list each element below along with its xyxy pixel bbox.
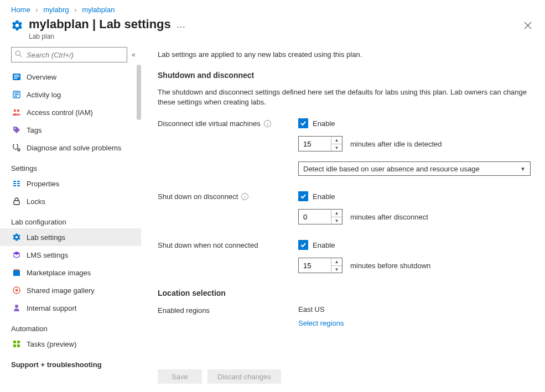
svg-point-21 bbox=[16, 286, 17, 288]
info-icon[interactable]: i bbox=[264, 120, 271, 127]
idle-detection-select[interactable]: Detect idle based on user absence and re… bbox=[298, 161, 531, 176]
idle-minutes-input[interactable] bbox=[299, 137, 331, 151]
sidebar-item-label: Marketplace images bbox=[27, 269, 91, 277]
section-location-title: Location selection bbox=[158, 289, 531, 297]
search-input[interactable] bbox=[11, 47, 127, 62]
spinner-up-button[interactable]: ▲ bbox=[331, 258, 342, 266]
sidebar-item-diagnose[interactable]: Diagnose and solve problems bbox=[0, 139, 141, 156]
suffix-label: minutes before shutdown bbox=[350, 262, 430, 270]
disconnect-minutes-input[interactable] bbox=[299, 210, 331, 224]
diagnose-icon bbox=[12, 143, 21, 152]
overview-icon bbox=[12, 72, 21, 81]
suffix-label: minutes after disconnect bbox=[350, 213, 428, 221]
svg-rect-11 bbox=[13, 181, 16, 182]
sidebar: « Overview Activity log Access control (… bbox=[0, 47, 141, 389]
sidebar-item-tasks[interactable]: Tasks (preview) bbox=[0, 335, 141, 353]
spinner-down-button[interactable]: ▼ bbox=[331, 266, 342, 273]
search-icon bbox=[15, 50, 22, 59]
spinner-down-button[interactable]: ▼ bbox=[331, 144, 342, 151]
sidebar-item-label: Access control (IAM) bbox=[27, 108, 93, 117]
svg-rect-15 bbox=[13, 185, 16, 186]
breadcrumb-home[interactable]: Home bbox=[11, 6, 30, 14]
activitylog-icon bbox=[12, 90, 21, 99]
iam-icon bbox=[12, 108, 21, 117]
svg-rect-5 bbox=[14, 78, 17, 79]
scrollbar[interactable] bbox=[137, 65, 141, 120]
sidebar-item-lms-settings[interactable]: LMS settings bbox=[0, 246, 141, 264]
select-regions-link[interactable]: Select regions bbox=[298, 319, 344, 327]
enable-label: Enable bbox=[313, 192, 335, 201]
footer-buttons: Save Discard changes bbox=[158, 364, 531, 384]
sidebar-item-label: Overview bbox=[27, 73, 56, 81]
svg-point-10 bbox=[18, 149, 20, 151]
disconnect-minutes-spinner[interactable]: ▲ ▼ bbox=[298, 209, 342, 224]
sidebar-item-lab-settings[interactable]: Lab settings bbox=[0, 228, 141, 246]
enable-disconnect-idle-checkbox[interactable] bbox=[298, 118, 308, 128]
sidebar-item-label: Shared image gallery bbox=[27, 286, 95, 295]
svg-rect-27 bbox=[17, 341, 20, 343]
sidebar-item-properties[interactable]: Properties bbox=[0, 175, 141, 192]
section-shutdown-title: Shutdown and disconnect bbox=[158, 71, 531, 80]
sidebar-item-marketplace[interactable]: Marketplace images bbox=[0, 264, 141, 281]
close-button[interactable] bbox=[522, 19, 534, 34]
support-icon bbox=[12, 304, 21, 312]
sidebar-item-overview[interactable]: Overview bbox=[0, 68, 141, 86]
breadcrumb: Home › mylabrg › mylabplan bbox=[0, 0, 545, 17]
collapse-sidebar-button[interactable]: « bbox=[132, 51, 136, 59]
more-icon[interactable]: ⋯ bbox=[177, 22, 186, 32]
setting-disconnect-idle: Disconnect idle virtual machines i Enabl… bbox=[158, 118, 531, 186]
breadcrumb-rg[interactable]: mylabrg bbox=[43, 6, 69, 14]
setting-shutdown-not-connected: Shut down when not connected Enable ▲ bbox=[158, 240, 531, 283]
marketplace-icon bbox=[12, 268, 21, 277]
svg-point-24 bbox=[19, 290, 20, 291]
sidebar-item-label: Internal support bbox=[27, 304, 76, 312]
enable-shutdown-not-connected-checkbox[interactable] bbox=[298, 240, 308, 250]
idle-minutes-spinner[interactable]: ▲ ▼ bbox=[298, 136, 342, 151]
tag-icon bbox=[12, 126, 21, 134]
sidebar-item-label: Diagnose and solve problems bbox=[27, 144, 121, 152]
svg-point-22 bbox=[16, 293, 17, 294]
intro-text: Lab settings are applied to any new labs… bbox=[158, 50, 531, 59]
enable-label: Enable bbox=[313, 241, 335, 249]
enable-shutdown-disconnect-checkbox[interactable] bbox=[298, 191, 308, 201]
sidebar-item-shared-gallery[interactable]: Shared image gallery bbox=[0, 281, 141, 299]
spinner-up-button[interactable]: ▲ bbox=[331, 210, 342, 217]
sidebar-heading-support: Support + troubleshooting bbox=[11, 360, 141, 369]
discard-button[interactable]: Discard changes bbox=[207, 369, 281, 384]
breadcrumb-resource[interactable]: mylabplan bbox=[82, 6, 115, 14]
svg-rect-13 bbox=[13, 183, 16, 184]
sidebar-item-iam[interactable]: Access control (IAM) bbox=[0, 103, 141, 121]
not-connected-minutes-spinner[interactable]: ▲ ▼ bbox=[298, 258, 342, 273]
search-field[interactable] bbox=[25, 50, 123, 60]
info-icon[interactable]: i bbox=[241, 193, 248, 200]
sidebar-item-label: Lab settings bbox=[27, 233, 65, 242]
sidebar-item-label: Tags bbox=[27, 126, 41, 134]
setting-label: Disconnect idle virtual machines bbox=[158, 119, 261, 128]
sidebar-item-locks[interactable]: Locks bbox=[0, 192, 141, 210]
sidebar-item-label: LMS settings bbox=[27, 251, 68, 259]
svg-point-7 bbox=[14, 109, 16, 112]
svg-rect-12 bbox=[17, 181, 20, 182]
chevron-right-icon: › bbox=[35, 6, 38, 14]
svg-line-1 bbox=[20, 55, 22, 58]
sidebar-item-internal-support[interactable]: Internal support bbox=[0, 299, 141, 317]
setting-label: Shut down on disconnect bbox=[158, 192, 238, 201]
page-title: mylabplan | Lab settings bbox=[29, 17, 171, 32]
sidebar-item-activity-log[interactable]: Activity log bbox=[0, 86, 141, 103]
tasks-icon bbox=[12, 339, 21, 348]
save-button[interactable]: Save bbox=[158, 369, 202, 384]
spinner-up-button[interactable]: ▲ bbox=[331, 137, 342, 144]
section-shutdown-desc: The shutdown and disconnect settings def… bbox=[158, 87, 531, 107]
not-connected-minutes-input[interactable] bbox=[299, 258, 331, 273]
svg-rect-28 bbox=[13, 344, 16, 347]
svg-point-25 bbox=[15, 305, 18, 308]
gear-icon bbox=[11, 19, 23, 32]
enabled-regions-value: East US bbox=[298, 305, 531, 313]
sidebar-item-tags[interactable]: Tags bbox=[0, 121, 141, 139]
main-content: Lab settings are applied to any new labs… bbox=[141, 47, 545, 389]
svg-rect-3 bbox=[14, 75, 19, 76]
sidebar-item-label: Tasks (preview) bbox=[27, 340, 76, 348]
spinner-down-button[interactable]: ▼ bbox=[331, 217, 342, 224]
sidebar-item-label: Properties bbox=[27, 180, 59, 188]
sidebar-item-label: Locks bbox=[27, 197, 45, 206]
